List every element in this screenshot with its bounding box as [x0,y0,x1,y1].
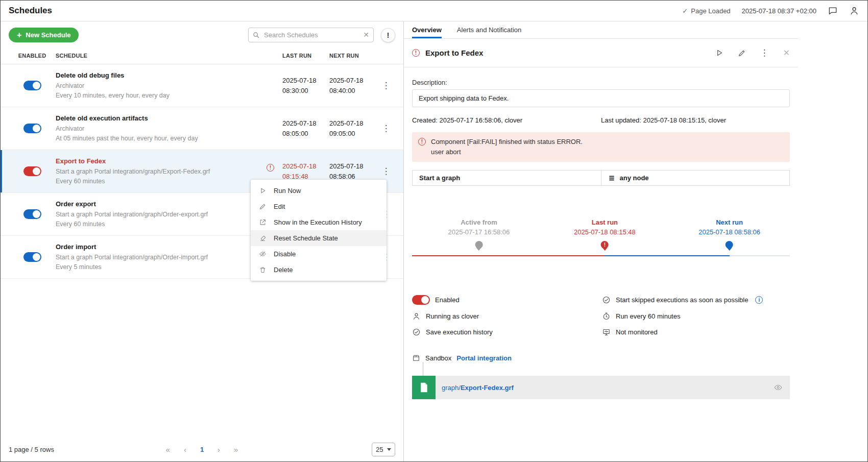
tab-overview[interactable]: Overview [412,21,442,38]
row-context-menu: Run Now Edit Show in the Execution Histo… [251,180,387,281]
schedule-subtitle: Start a graph Portal integration/graph/O… [56,210,272,220]
column-last-run: LAST RUN [282,53,329,59]
feedback-icon[interactable] [828,6,838,16]
last-run-value: 2025-07-18 08:15:48 [574,228,636,236]
schedule-type-strip: Start a graph any node [412,170,790,186]
clock-icon [602,312,611,321]
row-menu-button[interactable]: ⋮ [382,81,391,90]
enabled-label: Enabled [435,296,460,304]
graph-file-link[interactable]: graph/Export-Fedex.grf [442,384,514,392]
page-size-select[interactable]: 25 [372,443,395,456]
user-icon[interactable] [849,6,859,16]
table-row[interactable]: Delete old execution artifacts Archivato… [1,107,403,150]
tab-alerts-and-notification[interactable]: Alerts and Notification [457,21,521,38]
external-link-icon [259,218,267,226]
schedules-list-panel: + New Schedule ✕ ! ENABLED SCHEDULE LAST… [1,21,404,461]
last-run-label: Last run [574,218,636,226]
schedule-period: Every 60 minutes [56,220,272,229]
rows-summary: 1 page / 5 rows [9,446,54,453]
active-from-value: 2025-07-17 16:58:06 [448,228,510,236]
detail-title: Export to Fedex [425,48,483,57]
edit-button[interactable] [738,49,746,57]
trash-icon [259,266,267,274]
menu-item-show-execution-history[interactable]: Show in the Execution History [251,214,387,230]
enabled-toggle[interactable] [23,124,41,133]
error-line-1: Component [Fail:FAIL] finished with stat… [431,137,583,147]
new-schedule-button[interactable]: + New Schedule [9,28,79,42]
error-icon: ! [412,49,420,57]
errors-filter-button[interactable]: ! [381,28,395,42]
not-monitored-label: Not monitored [616,328,658,336]
schedule-timeline: Active from 2025-07-17 16:58:06 Last run… [412,218,790,261]
error-line-2: user abort [431,147,583,157]
created-text: Created: 2025-07-17 16:58:06, clover [412,116,601,124]
search-icon [252,31,260,39]
schedule-type: Start a graph [413,171,601,185]
current-page[interactable]: 1 [200,446,204,453]
next-run-cell: 2025-07-1808:40:00 [329,76,376,96]
error-icon: ! [418,138,426,145]
menu-item-disable[interactable]: Disable [251,246,387,262]
schedule-subtitle: Archivator [56,81,272,91]
schedule-period: Every 10 minutes, every hour, every day [56,91,272,101]
schedule-title: Delete old execution artifacts [56,113,272,123]
page-loaded-status: ✓ Page Loaded [682,7,730,15]
next-run-cell: 2025-07-1809:05:00 [329,118,376,139]
column-enabled: ENABLED [9,53,56,59]
menu-item-reset-schedule-state[interactable]: Reset Schedule State [251,230,387,246]
run-now-button[interactable] [715,48,724,57]
table-row[interactable]: Delete old debug files Archivator Every … [1,64,403,107]
pagination: « ‹ 1 › » [166,445,238,454]
enabled-toggle[interactable] [23,81,41,90]
save-history-label: Save execution history [426,328,493,336]
menu-item-delete[interactable]: Delete [251,262,387,278]
prev-page-button[interactable]: ‹ [184,445,186,454]
info-icon[interactable]: i [755,296,763,304]
next-run-label: Next run [698,218,760,226]
page-title: Schedules [9,6,52,16]
eraser-icon [259,234,267,242]
schedule-title: Order export [56,199,272,209]
enabled-toggle[interactable] [23,252,41,262]
first-page-button[interactable]: « [166,445,170,454]
last-run-cell: ! 2025-07-1808:15:48 [282,161,329,182]
menu-item-run-now[interactable]: Run Now [251,183,387,199]
schedule-period: Every 60 minutes [56,177,272,186]
search-input[interactable] [248,28,374,42]
detail-tabs: Overview Alerts and Notification [404,21,798,39]
menu-item-edit[interactable]: Edit [251,199,387,214]
more-actions-button[interactable]: ⋮ [760,47,769,58]
last-run-cell: 2025-07-1808:30:00 [282,76,329,96]
clear-search-icon[interactable]: ✕ [363,31,369,39]
eye-off-icon [259,250,267,258]
sandbox-link[interactable]: Portal integration [456,354,512,362]
enabled-toggle[interactable] [23,209,41,219]
graph-file-row[interactable]: graph/Export-Fedex.grf [412,376,790,399]
enabled-toggle[interactable] [412,295,430,305]
graph-file-icon [412,376,436,399]
schedule-period: Every 5 minutes [56,262,272,272]
next-page-button[interactable]: › [218,445,220,454]
last-updated-text: Last updated: 2025-07-18 08:15:15, clove… [601,116,726,124]
row-menu-button[interactable]: ⋮ [382,124,391,133]
check-circle-icon [412,328,421,336]
node-icon [608,175,615,182]
sandbox-icon [412,354,420,362]
timeline-line [412,255,790,256]
eye-icon[interactable] [774,383,783,392]
close-icon[interactable]: ✕ [783,48,790,58]
chevron-down-icon [387,448,391,451]
running-as-label: Running as clover [426,312,479,320]
next-run-marker [726,241,733,249]
error-icon: ! [267,164,274,172]
enabled-toggle[interactable] [23,166,41,176]
last-page-button[interactable]: » [234,445,238,454]
user-icon [412,312,421,321]
last-run-cell: 2025-07-1808:05:00 [282,118,329,139]
page-loaded-label: Page Loaded [691,7,730,15]
check-icon: ✓ [682,7,688,15]
last-run-error-marker: ! [601,241,609,249]
node-value: any node [620,174,649,182]
row-menu-button[interactable]: ⋮ [382,166,391,176]
active-from-label: Active from [448,218,510,226]
